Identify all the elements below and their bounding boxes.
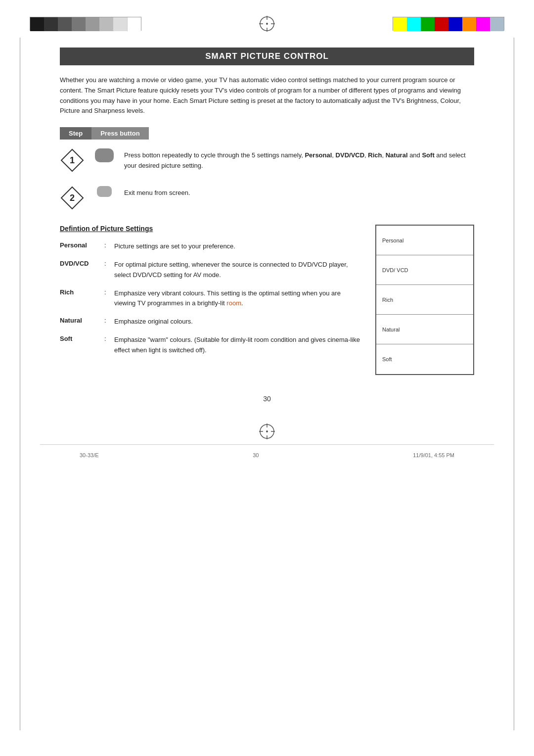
definition-section: Defintion of Picture Settings Personal :…	[60, 225, 474, 375]
press-button-label: Press button	[91, 127, 148, 140]
menu-rich: Rich	[376, 285, 473, 315]
color-bar-left	[30, 17, 141, 31]
step-1-btn-oval	[95, 148, 114, 162]
def-soft-term: Soft	[60, 335, 104, 342]
cb-8	[127, 17, 141, 31]
def-personal: Personal : Picture settings are set to y…	[60, 241, 360, 252]
cb-1	[30, 17, 44, 31]
dvdvcd-label: DVD/VCD	[336, 151, 365, 159]
bottom-crosshair-icon	[258, 423, 276, 440]
soft-label: Soft	[422, 151, 434, 159]
cb-4	[72, 17, 86, 31]
def-soft-colon: :	[104, 335, 114, 342]
def-dvdvcd-term: DVD/VCD	[60, 260, 104, 267]
menu-natural: Natural	[376, 315, 473, 344]
def-natural-colon: :	[104, 317, 114, 324]
step-1-button	[94, 148, 114, 162]
step-2-digit: 2	[70, 193, 75, 203]
step-1-digit: 1	[70, 155, 75, 166]
cb-6	[99, 17, 113, 31]
footer-left: 30-33/E	[80, 452, 99, 458]
svg-point-5	[266, 23, 268, 25]
svg-point-13	[266, 430, 268, 432]
bottom-crosshair-area	[20, 423, 514, 440]
personal-label: Personal	[305, 151, 332, 159]
diamond-2: 2	[60, 186, 84, 210]
step-label: Step	[60, 127, 91, 140]
cbr-3	[421, 17, 435, 31]
def-rich-term: Rich	[60, 288, 104, 296]
def-rich-colon: :	[104, 288, 114, 296]
page-title-box: Smart Picture Control	[60, 47, 474, 65]
page-title: Smart Picture Control	[70, 51, 464, 61]
cb-5	[86, 17, 99, 31]
def-soft-desc: Emphasize "warm" colours. (Suitable for …	[114, 335, 360, 356]
menu-soft: Soft	[376, 344, 473, 374]
cbr-6	[462, 17, 476, 31]
definitions-left: Defintion of Picture Settings Personal :…	[60, 225, 360, 375]
def-personal-term: Personal	[60, 241, 104, 249]
menu-dvdvcd: DVD/ VCD	[376, 255, 473, 285]
tv-menu-panel: Personal DVD/ VCD Rich Natural Soft	[375, 225, 474, 375]
step-1-text: Press botton repeatedly to cycle through…	[124, 148, 474, 171]
def-personal-desc: Picture settings are set to your prefere…	[114, 241, 360, 252]
top-bar-area	[0, 0, 534, 38]
footer-center: 30	[253, 452, 259, 458]
page: Smart Picture Control Whether you are wa…	[0, 0, 534, 756]
cbr-2	[407, 17, 421, 31]
def-dvdvcd-desc: For optimal picture setting, whenever th…	[114, 260, 360, 281]
cbr-4	[435, 17, 448, 31]
def-dvdvcd-colon: :	[104, 260, 114, 267]
step-2-btn-oval	[97, 186, 112, 197]
rich-highlight: room	[226, 299, 241, 307]
content-area: Smart Picture Control Whether you are wa…	[20, 38, 514, 423]
cbr-7	[476, 17, 490, 31]
def-natural-desc: Emphasize original colours.	[114, 317, 360, 327]
def-soft: Soft : Emphasize "warm" colours. (Suitab…	[60, 335, 360, 356]
menu-personal: Personal	[376, 226, 473, 255]
def-rich: Rich : Emphasize very vibrant colours. T…	[60, 288, 360, 309]
page-border: Smart Picture Control Whether you are wa…	[20, 38, 514, 730]
cb-2	[44, 17, 58, 31]
def-personal-colon: :	[104, 241, 114, 249]
step-header: Step Press button	[60, 127, 474, 140]
step-2-number: 2	[60, 186, 85, 210]
def-rich-desc: Emphasize very vibrant colours. This set…	[114, 288, 360, 309]
cbr-5	[448, 17, 462, 31]
top-crosshair	[255, 15, 279, 33]
step-1-row: 1 Press botton repeatedly to cycle throu…	[60, 148, 474, 172]
rich-label: Rich	[368, 151, 382, 159]
def-natural-term: Natural	[60, 317, 104, 324]
step-2-text: Exit menu from screen.	[124, 186, 474, 198]
footer-bar: 30-33/E 30 11/9/01, 4:55 PM	[40, 444, 494, 466]
cb-3	[58, 17, 72, 31]
step-2-row: 2 Exit menu from screen.	[60, 186, 474, 210]
step-2-button	[94, 186, 114, 197]
color-bar-right	[393, 17, 504, 31]
page-number: 30	[60, 395, 474, 403]
cb-7	[113, 17, 127, 31]
def-dvdvcd: DVD/VCD : For optimal picture setting, w…	[60, 260, 360, 281]
cbr-1	[393, 17, 407, 31]
cbr-8	[490, 17, 504, 31]
definition-title: Defintion of Picture Settings	[60, 225, 360, 233]
def-natural: Natural : Emphasize original colours.	[60, 317, 360, 327]
step-1-number: 1	[60, 148, 85, 172]
natural-label: Natural	[386, 151, 408, 159]
footer-right: 11/9/01, 4:55 PM	[413, 452, 454, 458]
intro-paragraph: Whether you are watching a movie or vide…	[60, 75, 474, 116]
diamond-1: 1	[60, 148, 84, 172]
